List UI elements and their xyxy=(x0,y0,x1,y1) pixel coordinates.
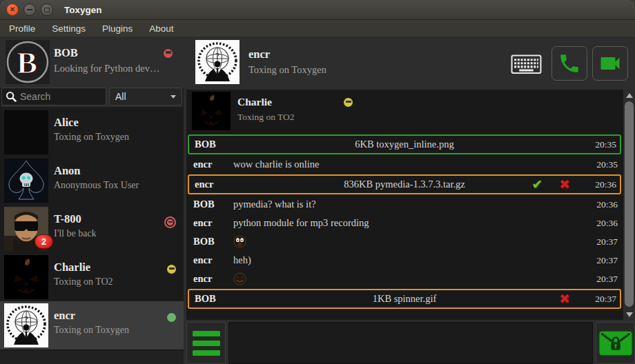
contact-filter-dropdown[interactable]: All xyxy=(109,88,182,105)
contact-list-item-alice[interactable]: A Alice Toxing on Toxygen xyxy=(0,108,184,156)
scrollbar-thumb[interactable] xyxy=(625,101,634,307)
close-button[interactable]: ✕ xyxy=(6,3,19,16)
self-status-message: Looking for Python dev… xyxy=(54,63,182,74)
message-text: python module for mp3 recording xyxy=(233,217,588,229)
search-input[interactable] xyxy=(20,91,102,102)
keyboard-icon[interactable] xyxy=(511,54,542,74)
menu-plugins[interactable]: Plugins xyxy=(102,23,133,34)
emoji-scared-face xyxy=(233,235,588,248)
file-name: 836KB pymedia-1.3.7.3.tar.gz xyxy=(344,179,465,190)
peer-status-message: Toxing on Toxygen xyxy=(248,64,326,76)
contact-avatar: A xyxy=(4,110,48,154)
sidebar-bottom xyxy=(0,350,184,364)
message-sender: BOB xyxy=(189,293,235,305)
contact-status-message: Anonymous Tox User xyxy=(54,180,139,191)
contact-avatar xyxy=(4,255,48,299)
self-avatar[interactable]: B xyxy=(6,40,50,84)
contact-status-icon xyxy=(167,313,176,322)
chat-message: encr python module for mp3 recording 20:… xyxy=(188,214,621,232)
chat-area: Charlie Toxing on TO2 BOB 6KB toxygen_in… xyxy=(186,90,635,320)
chat-message: encr heh) 20:37 xyxy=(188,251,621,270)
contact-status-icon xyxy=(164,216,176,228)
conversation-peer-name: Charlie xyxy=(237,96,272,108)
peer-name: encr xyxy=(248,48,270,61)
conversation-peer-avatar xyxy=(192,92,231,130)
message-time: 20:37 xyxy=(587,294,620,305)
composer xyxy=(186,322,635,364)
message-time: 20:36 xyxy=(587,179,620,190)
message-time: 20:35 xyxy=(588,159,621,170)
message-input[interactable] xyxy=(228,322,593,364)
contact-name: Alice xyxy=(54,116,79,130)
contact-status-message: Toxing on Toxygen xyxy=(54,132,129,143)
window-title: Toxygen xyxy=(64,5,102,15)
message-sender: encr xyxy=(188,159,233,170)
file-name: 1KB spinner.gif xyxy=(373,293,437,305)
video-call-button[interactable] xyxy=(592,46,628,81)
contact-name: Anon xyxy=(54,164,81,178)
contact-list-item-t-800[interactable]: T-800 I'll be back 2 xyxy=(0,205,184,253)
maximize-button[interactable] xyxy=(41,3,53,16)
chat-message: encr wow charlie is online 20:35 xyxy=(188,155,621,174)
contact-filter-value: All xyxy=(115,91,126,102)
peer-avatar: ? xyxy=(195,40,240,84)
conversation-peer-status-message: Toxing on TO2 xyxy=(237,112,295,123)
message-time: 20:37 xyxy=(588,274,621,285)
message-sender: encr xyxy=(188,273,233,285)
contact-list: A Alice Toxing on Toxygen Anon Anonymous… xyxy=(0,108,184,350)
topbar: B BOB Looking for Python dev… ? encr Tox… xyxy=(0,37,635,88)
message-time: 20:36 xyxy=(588,199,621,210)
search-icon xyxy=(6,91,17,102)
sidebar: All A Alice Toxing on Toxygen Anon Anony… xyxy=(0,88,184,364)
toxygen-window: ✕ Toxygen Profile Settings Plugins About… xyxy=(0,0,635,364)
chat-message: BOB pymedia? what is it? 20:36 xyxy=(188,195,621,214)
svg-text:B: B xyxy=(17,46,37,80)
message-time: 20:37 xyxy=(588,255,621,266)
message-text: pymedia? what is it? xyxy=(233,199,588,210)
titlebar: ✕ Toxygen xyxy=(0,0,635,20)
message-text: wow charlie is online xyxy=(233,159,588,170)
send-button[interactable] xyxy=(596,322,635,364)
message-text: heh) xyxy=(233,254,588,266)
decline-file-button[interactable]: ✖ xyxy=(559,178,570,191)
menu-profile[interactable]: Profile xyxy=(9,23,35,34)
audio-call-button[interactable] xyxy=(551,46,587,81)
encrypted-send-icon xyxy=(598,330,633,356)
chevron-down-icon xyxy=(170,95,176,99)
conversation-peer-status-icon xyxy=(344,98,353,107)
chat-message: BOB 20:37 xyxy=(188,232,621,251)
menu-settings[interactable]: Settings xyxy=(52,23,86,34)
unread-count-badge: 2 xyxy=(35,234,53,249)
contact-name: Charlie xyxy=(54,261,90,274)
svg-text:A: A xyxy=(10,110,42,154)
chat-scrollbar[interactable] xyxy=(623,90,635,320)
file-transfer-message: BOB 1KB spinner.gif ✖ 20:37 xyxy=(188,289,621,309)
contact-status-message: Toxing on TO2 xyxy=(54,276,113,287)
menu-button[interactable] xyxy=(186,322,226,364)
accept-file-button[interactable]: ✔ xyxy=(531,178,543,191)
menu-about[interactable]: About xyxy=(149,23,173,34)
contact-list-item-anon[interactable]: Anon Anonymous Tox User xyxy=(0,156,184,205)
contact-status-message: I'll be back xyxy=(54,228,97,239)
contact-status-icon xyxy=(167,265,176,274)
minimize-button[interactable] xyxy=(23,3,36,16)
message-sender: BOB xyxy=(188,236,233,247)
menubar: Profile Settings Plugins About xyxy=(0,20,635,37)
contact-avatar xyxy=(4,159,48,203)
contact-avatar: ? xyxy=(4,303,48,347)
conversation-peer-banner: Charlie Toxing on TO2 xyxy=(186,90,621,132)
scroll-down-arrow[interactable] xyxy=(623,310,635,319)
svg-text:?: ? xyxy=(24,314,28,324)
message-sender: BOB xyxy=(188,199,233,210)
decline-file-button[interactable]: ✖ xyxy=(559,292,570,305)
search-box[interactable] xyxy=(1,88,106,105)
message-time: 20:37 xyxy=(588,236,621,247)
scroll-up-arrow[interactable] xyxy=(623,90,635,100)
contact-list-item-charlie[interactable]: Charlie Toxing on TO2 xyxy=(0,253,184,301)
self-status-busy-icon[interactable] xyxy=(164,49,173,58)
hamburger-icon xyxy=(193,331,220,356)
message-sender: encr xyxy=(188,254,233,266)
contact-list-item-encr[interactable]: ? encr Toxing on Toxygen xyxy=(0,301,184,350)
message-list: BOB 6KB toxygen_inline.png 20:35 encr wo… xyxy=(188,134,621,310)
message-sender: encr xyxy=(188,217,233,229)
